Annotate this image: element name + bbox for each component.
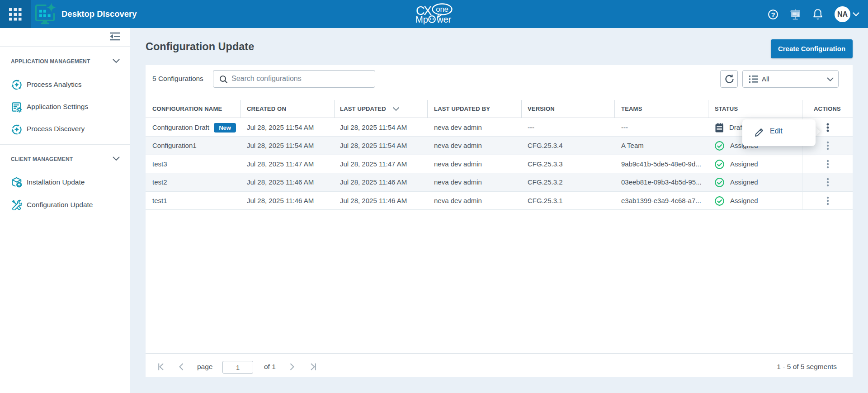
svg-text:Mp: Mp bbox=[415, 14, 428, 24]
svg-text:one: one bbox=[436, 5, 448, 13]
svg-text:?: ? bbox=[771, 11, 775, 19]
svg-text:wer: wer bbox=[436, 14, 452, 24]
